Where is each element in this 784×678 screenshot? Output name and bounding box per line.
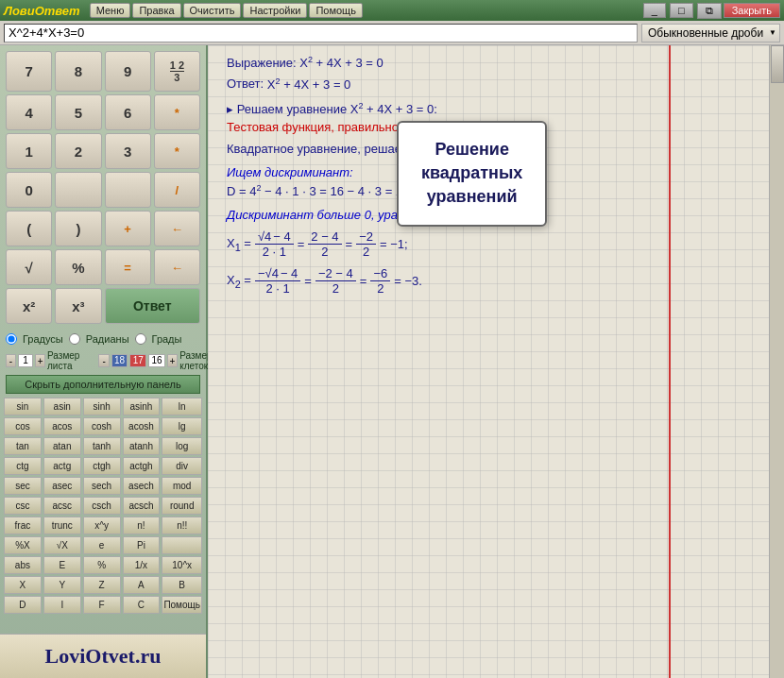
btn-asech[interactable]: asech (123, 477, 161, 495)
btn-2[interactable]: 2 (55, 133, 101, 169)
btn-lparen[interactable]: ( (6, 211, 52, 246)
btn-pi[interactable]: Pi (123, 536, 161, 554)
btn-atanh[interactable]: atanh (123, 437, 161, 455)
help-btn[interactable]: Помощь (309, 3, 363, 18)
btn-answer[interactable]: Ответ (105, 288, 201, 324)
btn-atan[interactable]: atan (43, 437, 81, 455)
btn-rparen[interactable]: ) (55, 211, 101, 246)
btn-actgh[interactable]: actgh (123, 457, 161, 475)
btn-varB[interactable]: B (162, 576, 202, 594)
btn-3[interactable]: 3 (105, 133, 151, 169)
btn-tanh[interactable]: tanh (83, 437, 121, 455)
btn-div2[interactable]: div (162, 457, 202, 475)
sheet-minus[interactable]: - (6, 354, 16, 367)
sheet-plus[interactable]: + (35, 354, 45, 367)
btn-varF[interactable]: F (83, 596, 121, 614)
btn-acsc[interactable]: acsc (43, 497, 81, 515)
formula-input[interactable] (4, 24, 638, 42)
btn-x3[interactable]: x³ (55, 288, 101, 324)
btn-trunc[interactable]: trunc (43, 517, 81, 534)
btn-cosh[interactable]: cosh (83, 417, 121, 435)
radio-radians[interactable] (69, 333, 80, 345)
btn-asin[interactable]: asin (43, 398, 81, 415)
btn-mul[interactable]: * (154, 94, 200, 130)
btn-sqrtx[interactable]: √X (43, 536, 81, 554)
btn-ctgh[interactable]: ctgh (83, 457, 121, 475)
btn-percent[interactable]: % (55, 249, 101, 285)
btn-4[interactable]: 4 (6, 94, 52, 130)
btn-recip[interactable]: 1/x (123, 556, 161, 574)
btn-ln[interactable]: ln (162, 398, 202, 415)
btn-tan[interactable]: tan (4, 437, 42, 455)
radio-degrees[interactable] (6, 333, 17, 345)
btn-plus[interactable]: + (105, 211, 151, 246)
btn-5[interactable]: 5 (55, 94, 101, 130)
btn-help-extra[interactable]: Помощь (162, 596, 202, 614)
btn-8[interactable]: 8 (55, 51, 101, 92)
btn-dfact[interactable]: n!! (162, 517, 202, 534)
btn-actg[interactable]: actg (43, 457, 81, 475)
btn-cos[interactable]: cos (4, 417, 42, 435)
btn-abs[interactable]: abs (4, 556, 42, 574)
cell-minus[interactable]: - (98, 354, 109, 367)
close-btn[interactable]: Закрыть (724, 3, 780, 18)
btn-sinh[interactable]: sinh (83, 398, 121, 415)
menu-btn[interactable]: Меню (90, 3, 131, 18)
btn-fact[interactable]: n! (123, 517, 161, 534)
btn-0[interactable]: 0 (6, 172, 52, 208)
btn-backspace2[interactable]: ← (154, 249, 200, 285)
btn-log[interactable]: log (162, 437, 202, 455)
btn-percentx[interactable]: %X (4, 536, 42, 554)
btn-asec[interactable]: asec (43, 477, 81, 495)
clear-btn[interactable]: Очистить (183, 3, 242, 18)
scrollbar-thumb[interactable] (771, 45, 784, 83)
btn-varD[interactable]: D (4, 596, 42, 614)
btn-x2[interactable]: x² (6, 288, 52, 324)
radio-grads[interactable] (135, 333, 146, 345)
btn-xpowy[interactable]: x^y (83, 517, 121, 534)
settings-btn[interactable]: Настройки (243, 3, 307, 18)
btn-bigE[interactable]: E (43, 556, 81, 574)
maximize-btn[interactable]: □ (670, 3, 693, 18)
btn-pct[interactable]: % (83, 556, 121, 574)
btn-sec[interactable]: sec (4, 477, 42, 495)
btn-div[interactable]: / (154, 172, 200, 208)
btn-backspace[interactable]: ← (154, 211, 200, 246)
btn-varZ[interactable]: Z (83, 576, 121, 594)
btn-csch[interactable]: csch (83, 497, 121, 515)
btn-ctg[interactable]: ctg (4, 457, 42, 475)
btn-mod[interactable]: mod (162, 477, 202, 495)
btn-sin[interactable]: sin (4, 398, 42, 415)
btn-1[interactable]: 1 (6, 133, 52, 169)
fraction-select-wrap[interactable]: Обыкновенные дроби (641, 24, 780, 42)
btn-equals[interactable]: = (105, 249, 151, 285)
btn-lg[interactable]: lg (162, 417, 202, 435)
hide-panel-btn[interactable]: Скрыть дополнительную панель (6, 375, 200, 394)
btn-mul2[interactable]: * (154, 133, 200, 169)
btn-csc[interactable]: csc (4, 497, 42, 515)
btn-acsch[interactable]: acsch (123, 497, 161, 515)
btn-varC[interactable]: C (123, 596, 161, 614)
btn-e[interactable]: e (83, 536, 121, 554)
btn-6[interactable]: 6 (105, 94, 151, 130)
restore-btn[interactable]: ⧉ (697, 3, 722, 19)
btn-7[interactable]: 7 (6, 51, 52, 92)
btn-round[interactable]: round (162, 497, 202, 515)
fraction-select[interactable]: Обыкновенные дроби (641, 24, 780, 42)
btn-acos[interactable]: acos (43, 417, 81, 435)
btn-asinh[interactable]: asinh (123, 398, 161, 415)
btn-varI[interactable]: I (43, 596, 81, 614)
edit-btn[interactable]: Правка (132, 3, 180, 18)
btn-10x[interactable]: 10^x (162, 556, 202, 574)
btn-varX[interactable]: X (4, 576, 42, 594)
btn-varA[interactable]: A (123, 576, 161, 594)
minimize-btn[interactable]: _ (643, 3, 666, 18)
cell-plus[interactable]: + (167, 354, 178, 367)
btn-sech[interactable]: sech (83, 477, 121, 495)
btn-frac[interactable]: 1 23 (154, 51, 200, 92)
btn-sqrt[interactable]: √ (6, 249, 52, 285)
btn-varY[interactable]: Y (43, 576, 81, 594)
btn-9[interactable]: 9 (105, 51, 151, 92)
btn-acosh[interactable]: acosh (123, 417, 161, 435)
btn-frac[interactable]: frac (4, 517, 42, 534)
